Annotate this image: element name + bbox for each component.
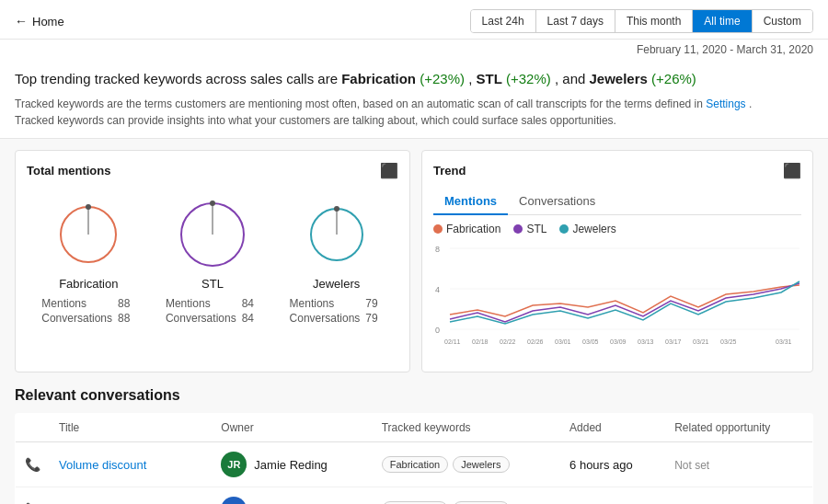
legend-jewelers: Jewelers — [559, 223, 615, 235]
conversations-section: Relevant conversations Title Owner Track… — [0, 384, 828, 504]
fabrication-label: Fabrication — [59, 277, 118, 291]
svg-text:8: 8 — [435, 245, 440, 254]
circle-fabrication: Fabrication Mentions88 Conversations88 — [41, 198, 135, 326]
filter-alltime[interactable]: All time — [693, 10, 752, 32]
owner-avatar: IL — [221, 497, 247, 504]
owner-name: Jamie Reding — [254, 458, 328, 472]
content-area: Total mentions ⬛ Fabrication Mentions88 … — [0, 139, 828, 384]
legend-label-stl: STL — [526, 223, 546, 235]
mentions-share-icon[interactable]: ⬛ — [380, 162, 398, 179]
mentions-title: Total mentions — [27, 164, 110, 178]
settings-link[interactable]: Settings — [706, 97, 745, 110]
opportunity-cell: Not set — [665, 487, 812, 505]
headline-sep1: , — [468, 71, 476, 86]
svg-text:03/13: 03/13 — [638, 338, 654, 345]
time-filter-group: Last 24h Last 7 days This month All time… — [470, 9, 813, 33]
keyword2: STL — [477, 71, 502, 86]
jewelers-stats: Mentions79 Conversations79 — [290, 296, 384, 326]
jewelers-label: Jewelers — [313, 277, 360, 291]
keyword3-change: (+26%) — [651, 71, 696, 86]
svg-text:02/11: 02/11 — [444, 338, 461, 345]
headline-sep2: , and — [555, 71, 590, 86]
col-phone — [16, 414, 51, 442]
stl-circle-svg — [176, 198, 249, 271]
phone-icon: 📞 — [25, 457, 40, 472]
svg-text:03/17: 03/17 — [665, 338, 682, 345]
legend-label-jewelers: Jewelers — [572, 223, 615, 235]
svg-text:03/21: 03/21 — [693, 338, 709, 345]
trend-card-header: Trend ⬛ — [433, 162, 801, 179]
keywords-cell: FabricationJewelers — [373, 442, 560, 487]
conversations-title: Relevant conversations — [15, 384, 813, 404]
legend-dot-fabrication — [433, 224, 443, 234]
svg-text:4: 4 — [435, 285, 440, 294]
circle-jewelers: Jewelers Mentions79 Conversations79 — [290, 198, 384, 326]
svg-text:02/18: 02/18 — [472, 338, 489, 345]
conv-title[interactable]: Volume discount — [50, 442, 212, 487]
added-cell: 6 hours ago — [560, 487, 665, 505]
owner-cell: IL Isaiah Langer — [221, 497, 362, 504]
trend-legend: Fabrication STL Jewelers — [433, 223, 801, 235]
keyword-tag: Jewelers — [453, 456, 509, 473]
headline-section: Top trending tracked keywords across sal… — [0, 60, 828, 92]
desc-period: . — [749, 97, 752, 110]
keyword3: Jewelers — [590, 71, 648, 86]
desc-line2: Tracked keywords can provide insights in… — [15, 114, 616, 127]
table-row: 📞Volume discount JR Jamie Reding Fabrica… — [16, 442, 813, 487]
trend-card: Trend ⬛ Mentions Conversations Fabricati… — [421, 150, 813, 372]
fabrication-circle-svg — [52, 198, 125, 271]
filter-last7days[interactable]: Last 7 days — [536, 10, 615, 32]
svg-text:03/09: 03/09 — [610, 338, 627, 345]
keywords-cell: FabricationJewelers — [373, 487, 560, 505]
svg-text:03/05: 03/05 — [582, 338, 599, 345]
trend-share-icon[interactable]: ⬛ — [783, 162, 801, 179]
desc-line1: Tracked keywords are the terms customers… — [15, 97, 706, 110]
filter-thismonth[interactable]: This month — [615, 10, 693, 32]
svg-text:03/25: 03/25 — [720, 338, 737, 345]
svg-text:0: 0 — [435, 326, 440, 335]
added-cell: 6 hours ago — [560, 442, 665, 487]
headline-prefix: Top trending tracked keywords across sal… — [15, 71, 341, 86]
svg-text:02/26: 02/26 — [527, 338, 544, 345]
date-range: February 11, 2020 - March 31, 2020 — [0, 40, 828, 60]
headline-text: Top trending tracked keywords across sal… — [15, 69, 813, 88]
legend-fabrication: Fabrication — [433, 223, 500, 235]
jewelers-circle-svg — [300, 198, 374, 271]
stl-stats: Mentions84 Conversations84 — [166, 296, 259, 326]
trend-tabs: Mentions Conversations — [433, 190, 801, 215]
circles-row: Fabrication Mentions88 Conversations88 S… — [27, 190, 398, 329]
headline-description: Tracked keywords are the terms customers… — [0, 92, 828, 139]
total-mentions-card: Total mentions ⬛ Fabrication Mentions88 … — [15, 150, 410, 372]
table-header-row: Title Owner Tracked keywords Added Relat… — [16, 414, 813, 442]
back-arrow-icon: ← — [15, 14, 28, 29]
conv-title[interactable]: Follow up on deal — [50, 487, 212, 505]
fabrication-stats: Mentions88 Conversations88 — [41, 296, 135, 326]
trend-chart-svg: 8 4 0 02/11 02/18 02/22 02/26 03/01 — [433, 241, 801, 361]
stl-label: STL — [201, 277, 224, 291]
col-keywords: Tracked keywords — [373, 414, 560, 442]
svg-text:03/01: 03/01 — [555, 338, 571, 345]
table-row: 📞Follow up on deal IL Isaiah Langer Fabr… — [16, 487, 813, 505]
legend-label-fabrication: Fabrication — [446, 223, 500, 235]
opportunity-cell: Not set — [665, 442, 812, 487]
col-added: Added — [560, 414, 665, 442]
filter-last24h[interactable]: Last 24h — [471, 10, 536, 32]
legend-dot-jewelers — [559, 224, 569, 234]
circle-stl: STL Mentions84 Conversations84 — [166, 198, 259, 326]
conversations-table: Title Owner Tracked keywords Added Relat… — [15, 413, 813, 504]
back-link[interactable]: ← Home — [15, 14, 64, 29]
trend-chart-area: 8 4 0 02/11 02/18 02/22 02/26 03/01 — [433, 241, 801, 361]
keyword2-change: (+32%) — [506, 71, 551, 86]
mentions-card-header: Total mentions ⬛ — [27, 162, 398, 179]
svg-text:02/22: 02/22 — [500, 338, 516, 345]
filter-custom[interactable]: Custom — [753, 10, 812, 32]
col-owner: Owner — [212, 414, 372, 442]
col-opportunity: Related opportunity — [665, 414, 812, 442]
owner-cell: JR Jamie Reding — [221, 452, 362, 477]
back-label: Home — [32, 15, 64, 29]
keyword1-change: (+23%) — [420, 71, 465, 86]
opportunity-value: Not set — [674, 459, 709, 472]
legend-dot-stl — [513, 224, 523, 234]
tab-conversations[interactable]: Conversations — [508, 190, 606, 215]
tab-mentions[interactable]: Mentions — [433, 190, 508, 215]
